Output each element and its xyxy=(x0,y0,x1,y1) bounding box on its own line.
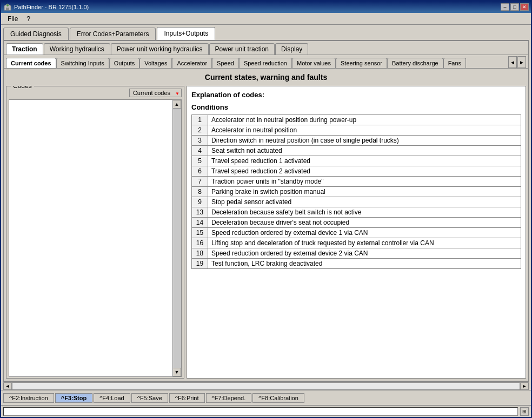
table-row: 16Lifting stop and deceleration of truck… xyxy=(192,238,521,248)
explanation-panel[interactable]: Explanation of codes: Conditions 1Accele… xyxy=(187,86,526,379)
close-button[interactable]: ✕ xyxy=(520,3,529,11)
condition-code: 2 xyxy=(192,125,208,136)
condition-description: Seat switch not actuated xyxy=(208,146,521,156)
sub-tab-motor-values[interactable]: Motor values xyxy=(292,58,336,68)
table-row: 14Deceleration because driver's seat not… xyxy=(192,218,521,228)
sub-tabs-row1: Traction Working hydraulics Power unit w… xyxy=(4,41,528,55)
condition-description: Parking brake in switch position manual xyxy=(208,187,521,197)
condition-code: 3 xyxy=(192,136,208,146)
condition-description: Accelerator not in neutral position duri… xyxy=(208,115,521,125)
condition-description: Accelerator in neutral position xyxy=(208,125,521,136)
sub-tab-speed[interactable]: Speed xyxy=(212,58,239,68)
minimize-button[interactable]: – xyxy=(501,3,509,11)
h-scroll-track[interactable] xyxy=(12,382,520,390)
h-scroll-left-button[interactable]: ◄ xyxy=(3,382,12,390)
table-row: 19Test function, LRC braking deactivated xyxy=(192,259,521,269)
condition-description: Stop pedal sensor activated xyxy=(208,197,521,207)
sub-tab-power-unit-working-hydraulics[interactable]: Power unit working hydraulics xyxy=(111,43,209,55)
status-icon-button[interactable]: ⊞ xyxy=(520,407,529,416)
tab-nav-next[interactable]: ► xyxy=(517,56,526,68)
condition-code: 6 xyxy=(192,166,208,177)
tab-guided-diagnosis[interactable]: Guided Diagnosis xyxy=(3,28,69,40)
sub-tab-switching-inputs[interactable]: Switching Inputs xyxy=(56,58,109,68)
table-row: 2Accelerator in neutral position xyxy=(192,125,521,136)
condition-description: Speed reduction ordered by external devi… xyxy=(208,228,521,238)
condition-code: 13 xyxy=(192,207,208,218)
explanation-title: Explanation of codes: xyxy=(191,91,521,99)
app-icon xyxy=(3,3,12,11)
table-row: 5Travel speed reduction 1 activated xyxy=(192,156,521,166)
tab-nav-buttons: ◄ ► xyxy=(508,56,526,68)
condition-description: Travel speed reduction 1 activated xyxy=(208,156,521,166)
maximize-button[interactable]: □ xyxy=(510,3,519,11)
condition-code: 7 xyxy=(192,177,208,187)
main-content: Current states, warning and faults Codes… xyxy=(4,69,528,381)
condition-code: 8 xyxy=(192,187,208,197)
condition-code: 16 xyxy=(192,238,208,248)
tab-error-codes[interactable]: Error Codes+Parameters xyxy=(70,28,156,40)
sub-tab-power-unit-traction[interactable]: Power unit traction xyxy=(209,43,275,55)
sub-tab-display[interactable]: Display xyxy=(275,43,308,55)
sub-tab-steering-sensor[interactable]: Steering sensor xyxy=(336,58,387,68)
condition-description: Test function, LRC braking deactivated xyxy=(208,259,521,269)
condition-code: 5 xyxy=(192,156,208,166)
toolbar-f5-save[interactable]: ^F5:Save xyxy=(131,393,168,403)
table-row: 18Speed reduction ordered by external de… xyxy=(192,248,521,259)
toolbar-f2-instruction[interactable]: ^F2:Instruction xyxy=(3,393,54,403)
toolbar-f7-depend[interactable]: ^F7:Depend. xyxy=(206,393,252,403)
condition-code: 9 xyxy=(192,197,208,207)
title-bar-controls: – □ ✕ xyxy=(501,3,529,11)
codes-list[interactable]: ▲ ▼ xyxy=(9,99,182,377)
condition-description: Traction power units in "standby mode" xyxy=(208,177,521,187)
codes-panel: Codes Current codes ▼ ▲ ▼ xyxy=(6,86,184,379)
toolbar-f8-calibration[interactable]: ^F8:Calibration xyxy=(252,393,304,403)
sub-tab-accelerator[interactable]: Accelerator xyxy=(172,58,212,68)
condition-code: 14 xyxy=(192,218,208,228)
condition-code: 15 xyxy=(192,228,208,238)
status-input[interactable] xyxy=(3,407,518,416)
content-panels: Codes Current codes ▼ ▲ ▼ xyxy=(4,86,528,381)
condition-description: Speed reduction ordered by external devi… xyxy=(208,248,521,259)
tab-content-area: Traction Working hydraulics Power unit w… xyxy=(3,40,529,381)
tab-nav-prev[interactable]: ◄ xyxy=(508,56,517,68)
tab-inputs-outputs[interactable]: Inputs+Outputs xyxy=(157,27,215,40)
toolbar-f3-stop[interactable]: ^F3:Stop xyxy=(55,393,92,403)
table-row: 13Deceleration because safety belt switc… xyxy=(192,207,521,218)
toolbar: ^F2:Instruction ^F3:Stop ^F4:Load ^F5:Sa… xyxy=(1,390,531,405)
menu-bar: File ? xyxy=(1,13,531,25)
menu-file[interactable]: File xyxy=(3,14,22,24)
table-row: 3Direction switch in neutral position (i… xyxy=(192,136,521,146)
condition-code: 18 xyxy=(192,248,208,259)
condition-description: Deceleration because safety belt switch … xyxy=(208,207,521,218)
scroll-down-button[interactable]: ▼ xyxy=(172,368,181,376)
horizontal-scrollbar: ◄ ► xyxy=(3,381,529,390)
condition-description: Lifting stop and deceleration of truck r… xyxy=(208,238,521,248)
sub-tab-working-hydraulics[interactable]: Working hydraulics xyxy=(44,43,110,55)
sub-tab-speed-reduction[interactable]: Speed reduction xyxy=(239,58,292,68)
scrollbar-track xyxy=(172,109,181,368)
sub-tab-current-codes[interactable]: Current codes xyxy=(6,58,56,68)
sub-tab-traction[interactable]: Traction xyxy=(6,43,43,55)
dropdown-arrow-icon: ▼ xyxy=(175,91,179,96)
h-scroll-right-button[interactable]: ► xyxy=(520,382,529,390)
app-body: Guided Diagnosis Error Codes+Parameters … xyxy=(1,25,531,417)
toolbar-f4-load[interactable]: ^F4:Load xyxy=(94,393,130,403)
table-row: 1Accelerator not in neutral position dur… xyxy=(192,115,521,125)
table-row: 6Travel speed reduction 2 activated xyxy=(192,166,521,177)
title-bar: PathFinder - BR 1275(1.1.0) – □ ✕ xyxy=(1,1,531,13)
current-codes-button[interactable]: Current codes ▼ xyxy=(129,89,182,97)
sub-tab-battery-discharge[interactable]: Battery discharge xyxy=(387,58,443,68)
table-row: 9Stop pedal sensor activated xyxy=(192,197,521,207)
scroll-up-button[interactable]: ▲ xyxy=(172,100,181,109)
toolbar-f6-print[interactable]: ^F6:Print xyxy=(169,393,205,403)
condition-code: 1 xyxy=(192,115,208,125)
condition-description: Travel speed reduction 2 activated xyxy=(208,166,521,177)
table-row: 15Speed reduction ordered by external de… xyxy=(192,228,521,238)
sub-tab-fans[interactable]: Fans xyxy=(443,58,466,68)
sub-tab-outputs[interactable]: Outputs xyxy=(109,58,140,68)
condition-code: 4 xyxy=(192,146,208,156)
menu-help[interactable]: ? xyxy=(22,14,35,24)
sub-tab-voltages[interactable]: Voltages xyxy=(139,58,172,68)
table-row: 8Parking brake in switch position manual xyxy=(192,187,521,197)
app-window: PathFinder - BR 1275(1.1.0) – □ ✕ File ?… xyxy=(0,0,532,418)
